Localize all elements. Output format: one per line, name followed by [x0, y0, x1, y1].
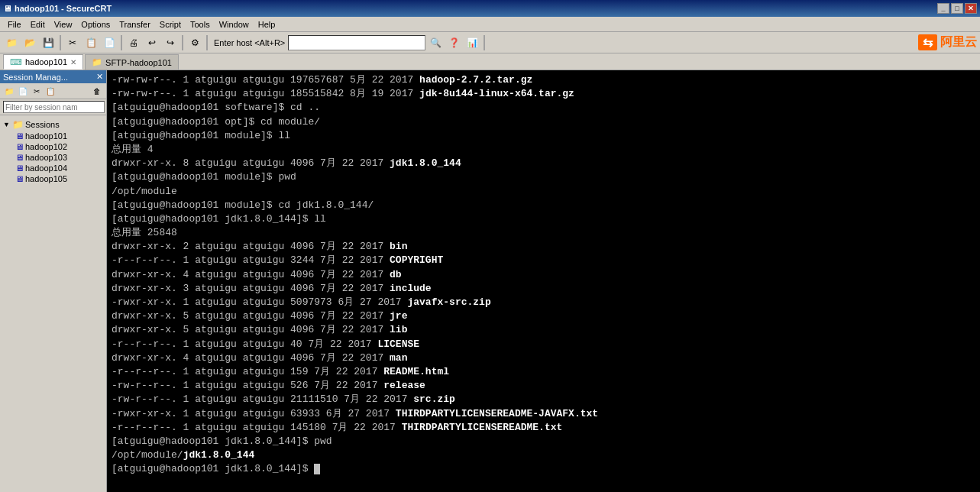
address-input[interactable] [288, 35, 425, 50]
tab-label-sftp: SFTP-hadoop101 [105, 58, 172, 67]
terminal-line: drwxr-xr-x. 4 atguigu atguigu 4096 7月 22… [112, 268, 975, 282]
terminal-line: [atguigu@hadoop101 jdk1.8.0_144]$ pwd [112, 435, 975, 448]
terminal-line: -rw-rw-r--. 1 atguigu atguigu 185515842 … [112, 87, 975, 101]
sidebar-title: Session Manag... [3, 73, 68, 82]
terminal-text: -rwxr-xr-x. 1 atguigu atguigu 5097973 6月… [112, 296, 407, 308]
terminal-text: -r--r--r--. 1 atguigu atguigu 159 7月 22 … [112, 366, 383, 377]
terminal-filename: COPYRIGHT [390, 254, 443, 266]
toolbar-save[interactable]: 💾 [40, 34, 57, 51]
toolbar-cut[interactable]: ✂ [64, 34, 81, 51]
sidebar-doc-btn[interactable]: 📄 [17, 85, 29, 97]
toolbar-sep3 [182, 35, 183, 50]
terminal-line: drwxr-xr-x. 5 atguigu atguigu 4096 7月 22… [112, 309, 975, 323]
tree-label-101: hadoop101 [25, 131, 67, 141]
menu-file[interactable]: File [3, 18, 26, 31]
terminal-line: drwxr-xr-x. 4 atguigu atguigu 4096 7月 22… [112, 351, 975, 365]
sidebar-del-btn[interactable]: 🗑 [91, 85, 103, 97]
terminal-filename: hadoop-2.7.2.tar.gz [419, 74, 532, 86]
close-button[interactable]: ✕ [965, 3, 977, 14]
tree-folder-icon: 📁 [12, 119, 24, 130]
toolbar-sep4 [206, 35, 208, 50]
terminal-filename: THIRDPARTYLICENSEREADME-JAVAFX.txt [396, 408, 598, 419]
tree-label-105: hadoop105 [25, 174, 67, 183]
terminal-line: -rw-rw-r--. 1 atguigu atguigu 197657687 … [112, 73, 975, 87]
terminal-filename: src.zip [413, 393, 455, 405]
terminal-line: 总用量 25848 [112, 226, 975, 240]
toolbar-undo[interactable]: ↩ [144, 34, 160, 51]
menu-help[interactable]: Help [254, 18, 280, 31]
menu-edit[interactable]: Edit [26, 18, 50, 31]
menu-view[interactable]: View [50, 18, 77, 31]
sidebar-item-hadoop103[interactable]: 🖥 hadoop103 [14, 152, 105, 163]
terminal-line: [atguigu@hadoop101 jdk1.8.0_144]$ ll [112, 212, 975, 226]
terminal-line: drwxr-xr-x. 2 atguigu atguigu 4096 7月 22… [112, 240, 975, 254]
maximize-button[interactable]: □ [951, 3, 963, 14]
terminal-filename: db [390, 269, 402, 280]
sidebar-copy-btn[interactable]: 📋 [44, 85, 57, 97]
sidebar-item-hadoop105[interactable]: 🖥 hadoop105 [14, 173, 105, 184]
minimize-button[interactable]: _ [937, 3, 949, 14]
address-label: Enter host <Alt+R> [214, 38, 285, 47]
terminal-filename: jre [390, 310, 407, 322]
terminal-line: [atguigu@hadoop101 module]$ pwd [112, 170, 975, 184]
terminal-line: drwxr-xr-x. 8 atguigu atguigu 4096 7月 22… [112, 157, 975, 170]
tree-label-104: hadoop104 [25, 163, 67, 173]
server-icon-105: 🖥 [15, 174, 24, 183]
sidebar-close-btn[interactable]: ✕ [96, 72, 103, 82]
terminal-line: -rw-r--r--. 1 atguigu atguigu 21111510 7… [112, 393, 975, 406]
terminal-line: drwxr-xr-x. 5 atguigu atguigu 4096 7月 22… [112, 323, 975, 337]
tab-icon-ssh: ⌨ [10, 57, 22, 67]
terminal-line: -rwxr-xr-x. 1 atguigu atguigu 63933 6月 2… [112, 407, 975, 421]
menu-window[interactable]: Window [215, 18, 254, 31]
menu-transfer[interactable]: Transfer [115, 18, 155, 31]
sidebar-item-hadoop104[interactable]: 🖥 hadoop104 [14, 163, 105, 173]
terminal-text: -rw-r--r--. 1 atguigu atguigu 526 7月 22 … [112, 380, 383, 391]
tab-icon-sftp: 📁 [92, 57, 102, 67]
terminal-filename: release [383, 380, 425, 391]
session-tabs: ⌨ hadoop101 ✕ 📁 SFTP-hadoop101 [0, 53, 980, 70]
tab-hadoop101[interactable]: ⌨ hadoop101 ✕ [3, 54, 83, 70]
terminal-text: drwxr-xr-x. 3 atguigu atguigu 4096 7月 22… [112, 283, 390, 294]
terminal-filename: lib [390, 324, 407, 335]
tab-sftp-hadoop101[interactable]: 📁 SFTP-hadoop101 [85, 54, 179, 70]
terminal-line: drwxr-xr-x. 3 atguigu atguigu 4096 7月 22… [112, 282, 975, 296]
toolbar-open[interactable]: 📂 [21, 34, 38, 51]
toolbar-stats[interactable]: 📊 [464, 34, 480, 51]
tree-label-102: hadoop102 [25, 142, 67, 151]
terminal-text: -r--r--r--. 1 atguigu atguigu 3244 7月 22… [112, 254, 390, 266]
terminal-filename: man [390, 352, 407, 364]
terminal[interactable]: -rw-rw-r--. 1 atguigu atguigu 197657687 … [107, 70, 980, 492]
sidebar-item-hadoop101[interactable]: 🖥 hadoop101 [14, 131, 105, 141]
tree-children: 🖥 hadoop101 🖥 hadoop102 🖥 hadoop103 🖥 ha… [2, 131, 105, 184]
sidebar-item-hadoop102[interactable]: 🖥 hadoop102 [14, 141, 105, 152]
terminal-text: drwxr-xr-x. 4 atguigu atguigu 4096 7月 22… [112, 269, 390, 280]
terminal-filename: javafx-src.zip [407, 296, 490, 308]
terminal-line: -r--r--r--. 1 atguigu atguigu 3244 7月 22… [112, 254, 975, 267]
menu-options[interactable]: Options [76, 18, 115, 31]
menu-script[interactable]: Script [155, 18, 186, 31]
toolbar-copy[interactable]: 📋 [82, 34, 99, 51]
menu-tools[interactable]: Tools [186, 18, 215, 31]
filter-input[interactable] [3, 101, 105, 113]
terminal-filename: jdk-8u144-linux-x64.tar.gz [419, 88, 574, 99]
toolbar: 📁 📂 💾 ✂ 📋 📄 🖨 ↩ ↪ ⚙ Enter host <Alt+R> 🔍… [0, 32, 980, 53]
toolbar-settings[interactable]: ⚙ [186, 34, 203, 51]
toolbar-redo[interactable]: ↪ [162, 34, 179, 51]
tab-label-hadoop101: hadoop101 [25, 57, 67, 66]
sidebar-new-btn[interactable]: 📁 [3, 85, 15, 97]
toolbar-print[interactable]: 🖨 [125, 34, 142, 51]
terminal-text: -rwxr-xr-x. 1 atguigu atguigu 63933 6月 2… [112, 408, 396, 419]
alicloud-icon: ⇆ [918, 34, 937, 50]
tab-close-hadoop101[interactable]: ✕ [70, 58, 76, 66]
tree-sessions-label: Sessions [25, 120, 60, 129]
toolbar-new[interactable]: 📁 [3, 34, 20, 51]
toolbar-help[interactable]: ❓ [445, 34, 462, 51]
tree-sessions-root[interactable]: ▼ 📁 Sessions [2, 118, 105, 131]
toolbar-search[interactable]: 🔍 [427, 34, 444, 51]
sidebar-cut-btn[interactable]: ✂ [31, 85, 43, 97]
terminal-text: -rw-rw-r--. 1 atguigu atguigu 197657687 … [112, 74, 419, 86]
terminal-line: -r--r--r--. 1 atguigu atguigu 40 7月 22 2… [112, 338, 975, 351]
alicloud-text: 阿里云 [940, 34, 977, 50]
toolbar-paste[interactable]: 📄 [101, 34, 118, 51]
terminal-text: drwxr-xr-x. 5 atguigu atguigu 4096 7月 22… [112, 310, 390, 322]
